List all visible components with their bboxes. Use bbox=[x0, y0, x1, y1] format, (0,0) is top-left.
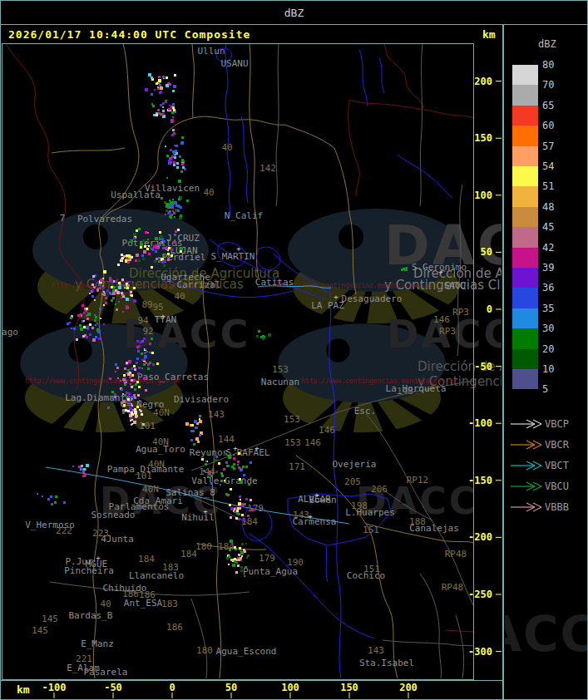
echo-pixel bbox=[122, 409, 125, 412]
echo-pixel bbox=[234, 558, 236, 560]
echo-pixel bbox=[239, 495, 241, 498]
place-label: Nacunan bbox=[261, 377, 299, 387]
echo-pixel bbox=[172, 129, 175, 131]
route-label: 145 bbox=[32, 625, 48, 636]
route-label: 40 bbox=[221, 142, 232, 153]
route-label: 184 bbox=[241, 516, 258, 527]
echo-pixel bbox=[148, 73, 151, 76]
echo-pixel bbox=[131, 424, 132, 426]
y-tick-label: -100 bbox=[468, 417, 492, 429]
place-label: Divisadero bbox=[174, 394, 229, 405]
echo-pixel bbox=[234, 560, 236, 563]
dbz-swatch bbox=[512, 369, 538, 389]
route-label: 151 bbox=[363, 525, 379, 535]
echo-pixel bbox=[159, 231, 161, 234]
echo-pixel bbox=[172, 106, 175, 109]
echo-pixel bbox=[100, 318, 101, 319]
echo-pixel bbox=[241, 505, 243, 507]
route-label: RP48 bbox=[442, 582, 464, 593]
echo-pixel bbox=[105, 297, 107, 299]
echo-pixel bbox=[133, 365, 136, 367]
echo-pixel bbox=[173, 212, 175, 214]
echo-pixel bbox=[229, 504, 231, 506]
echo-pixel bbox=[406, 267, 408, 269]
echo-pixel bbox=[125, 260, 127, 263]
dbz-scale-label: 39 bbox=[542, 262, 554, 274]
place-label: Llancanelo bbox=[129, 570, 184, 581]
echo-pixel bbox=[235, 571, 238, 574]
echo-pixel bbox=[136, 362, 138, 364]
echo-pixel bbox=[126, 392, 128, 394]
echo-pixel bbox=[247, 515, 250, 517]
place-label: 4Junta bbox=[101, 534, 134, 545]
station-cross: + bbox=[96, 554, 101, 562]
echo-pixel bbox=[156, 247, 159, 249]
x-tick-label: 150 bbox=[340, 682, 358, 693]
echo-pixel bbox=[145, 231, 147, 234]
station-cross: + bbox=[254, 444, 259, 452]
echo-pixel bbox=[136, 381, 139, 383]
echo-pixel bbox=[123, 379, 126, 382]
x-tick-label: -100 bbox=[42, 682, 67, 693]
radar-map[interactable]: DACCDACCDACCDACCDACCDirección de Agricul… bbox=[0, 0, 588, 700]
echo-pixel bbox=[210, 482, 213, 485]
station-cross: + bbox=[314, 490, 319, 499]
dbz-swatch bbox=[512, 146, 538, 166]
place-label: Cochico bbox=[347, 570, 385, 581]
place-label: SAOU bbox=[444, 280, 467, 291]
echo-pixel bbox=[133, 287, 136, 289]
echo-pixel bbox=[138, 367, 141, 369]
route-label: 40 bbox=[203, 187, 214, 198]
echo-pixel bbox=[126, 287, 129, 289]
echo-pixel bbox=[112, 292, 116, 295]
echo-pixel bbox=[145, 389, 147, 392]
place-label: Punta_Agua bbox=[243, 566, 298, 577]
echo-pixel bbox=[86, 308, 88, 310]
echo-pixel bbox=[164, 247, 166, 249]
echo-pixel bbox=[111, 391, 114, 393]
echo-pixel bbox=[95, 336, 97, 338]
echo-pixel bbox=[131, 374, 134, 377]
echo-pixel bbox=[51, 503, 53, 505]
vector-label-vbbb: VBBB bbox=[545, 501, 569, 513]
echo-pixel bbox=[167, 253, 170, 255]
echo-pixel bbox=[231, 466, 234, 468]
echo-pixel bbox=[127, 261, 130, 264]
echo-pixel bbox=[141, 352, 143, 355]
dbz-swatch bbox=[512, 126, 538, 145]
echo-pixel bbox=[131, 396, 134, 398]
echo-pixel bbox=[140, 243, 143, 246]
geo-path bbox=[359, 50, 368, 106]
echo-pixel bbox=[165, 145, 166, 147]
echo-pixel bbox=[220, 480, 223, 482]
route-label: 146 bbox=[433, 314, 450, 325]
echo-pixel bbox=[227, 494, 230, 496]
echo-pixel bbox=[140, 246, 142, 249]
echo-pixel bbox=[92, 279, 94, 280]
echo-pixel bbox=[121, 254, 123, 256]
echo-pixel bbox=[128, 257, 130, 259]
place-label: E_Manz bbox=[81, 638, 114, 649]
echo-pixel bbox=[245, 566, 247, 569]
echo-pixel bbox=[220, 484, 221, 486]
geo-path bbox=[225, 43, 230, 218]
echo-pixel bbox=[131, 294, 133, 297]
echo-pixel bbox=[117, 377, 119, 379]
route-label: 179 bbox=[247, 503, 264, 514]
echo-pixel bbox=[159, 242, 161, 244]
geo-path bbox=[383, 640, 474, 646]
echo-pixel bbox=[103, 323, 105, 325]
echo-pixel bbox=[82, 475, 85, 477]
echo-pixel bbox=[121, 292, 123, 294]
echo-pixel bbox=[228, 456, 231, 459]
echo-pixel bbox=[170, 201, 172, 204]
echo-pixel bbox=[251, 509, 254, 511]
vector-label-vbct: VBCT bbox=[545, 460, 569, 471]
echo-pixel bbox=[158, 257, 161, 259]
echo-pixel bbox=[133, 299, 136, 303]
echo-pixel bbox=[124, 394, 126, 397]
echo-pixel bbox=[167, 207, 169, 209]
echo-pixel bbox=[107, 407, 110, 409]
echo-pixel bbox=[126, 298, 129, 301]
route-label: 40 bbox=[100, 599, 111, 609]
